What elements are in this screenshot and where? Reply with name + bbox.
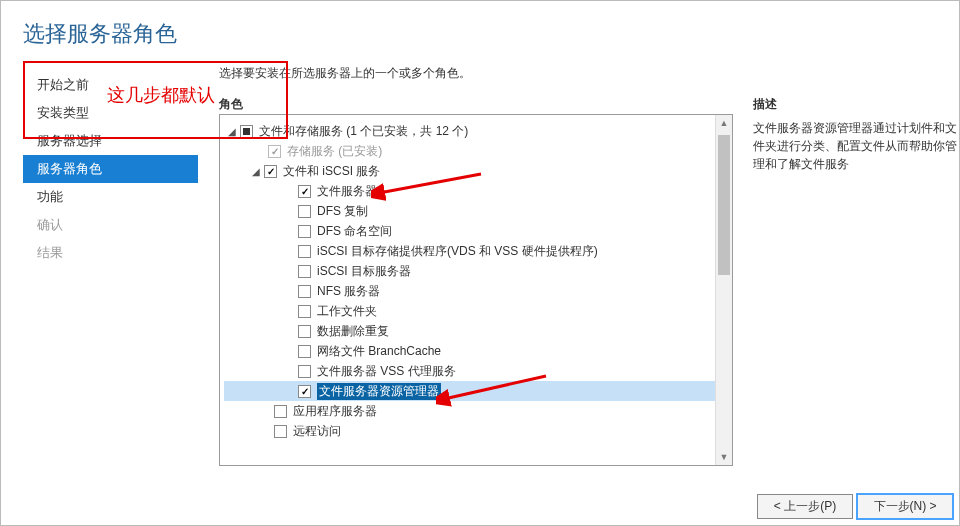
- tree-node-dfs-namespace[interactable]: DFS 命名空间: [224, 221, 728, 241]
- tree-node-vss-agent[interactable]: 文件服务器 VSS 代理服务: [224, 361, 728, 381]
- checkbox-unchecked[interactable]: [298, 325, 311, 338]
- tree-node-file-server[interactable]: 文件服务器: [224, 181, 728, 201]
- tree-node-iscsi-target-storage-provider[interactable]: iSCSI 目标存储提供程序(VDS 和 VSS 硬件提供程序): [224, 241, 728, 261]
- checkbox-unchecked[interactable]: [298, 265, 311, 278]
- checkbox-unchecked[interactable]: [298, 365, 311, 378]
- tree-node-file-iscsi[interactable]: ◢ 文件和 iSCSI 服务: [224, 161, 728, 181]
- checkbox-checked[interactable]: [264, 165, 277, 178]
- checkbox-checked[interactable]: [298, 385, 311, 398]
- tree-node-fsrm[interactable]: 文件服务器资源管理器: [224, 381, 728, 401]
- nav-installation-type[interactable]: 安装类型: [23, 99, 198, 127]
- roles-tree-header: 角色: [219, 96, 243, 113]
- checkbox-unchecked[interactable]: [298, 225, 311, 238]
- description-header: 描述: [753, 96, 777, 113]
- wizard-button-row: < 上一步(P) 下一步(N) >: [757, 494, 953, 519]
- checkbox-unchecked[interactable]: [298, 245, 311, 258]
- roles-tree: ◢ 文件和存储服务 (1 个已安装，共 12 个) 存储服务 (已安装) ◢ 文…: [219, 114, 733, 466]
- checkbox-unchecked[interactable]: [298, 285, 311, 298]
- description-body: 文件服务器资源管理器通过计划件和文件夹进行分类、配置文件从而帮助你管理和了解文件…: [753, 119, 960, 173]
- page-title: 选择服务器角色: [23, 19, 177, 49]
- nav-server-roles[interactable]: 服务器角色: [23, 155, 198, 183]
- checkbox-unchecked[interactable]: [298, 205, 311, 218]
- collapse-icon[interactable]: ◢: [226, 125, 238, 137]
- tree-node-remote-access[interactable]: 远程访问: [224, 421, 728, 441]
- checkbox-unchecked[interactable]: [274, 405, 287, 418]
- tree-node-storage-services: 存储服务 (已安装): [224, 141, 728, 161]
- tree-node-data-deduplication[interactable]: 数据删除重复: [224, 321, 728, 341]
- tree-node-iscsi-target-server[interactable]: iSCSI 目标服务器: [224, 261, 728, 281]
- wizard-nav: 开始之前 安装类型 服务器选择 服务器角色 功能 确认 结果: [23, 71, 198, 267]
- scroll-up-icon[interactable]: ▲: [716, 115, 732, 131]
- nav-confirmation: 确认: [23, 211, 198, 239]
- checkbox-indeterminate[interactable]: [240, 125, 253, 138]
- scroll-down-icon[interactable]: ▼: [716, 449, 732, 465]
- collapse-icon[interactable]: ◢: [250, 165, 262, 177]
- nav-features[interactable]: 功能: [23, 183, 198, 211]
- next-button[interactable]: 下一步(N) >: [857, 494, 953, 519]
- nav-before-you-begin[interactable]: 开始之前: [23, 71, 198, 99]
- nav-results: 结果: [23, 239, 198, 267]
- checkbox-unchecked[interactable]: [274, 425, 287, 438]
- checkbox-unchecked[interactable]: [298, 305, 311, 318]
- tree-node-work-folders[interactable]: 工作文件夹: [224, 301, 728, 321]
- tree-node-dfs-replication[interactable]: DFS 复制: [224, 201, 728, 221]
- scroll-thumb[interactable]: [718, 135, 730, 275]
- checkbox-checked[interactable]: [298, 185, 311, 198]
- previous-button[interactable]: < 上一步(P): [757, 494, 853, 519]
- checkbox-unchecked[interactable]: [298, 345, 311, 358]
- tree-node-application-server[interactable]: 应用程序服务器: [224, 401, 728, 421]
- tree-scrollbar[interactable]: ▲ ▼: [715, 115, 732, 465]
- tree-node-nfs-server[interactable]: NFS 服务器: [224, 281, 728, 301]
- tree-node-file-storage-services[interactable]: ◢ 文件和存储服务 (1 个已安装，共 12 个): [224, 121, 728, 141]
- checkbox-disabled-checked: [268, 145, 281, 158]
- tree-node-branchcache[interactable]: 网络文件 BranchCache: [224, 341, 728, 361]
- instruction-text: 选择要安装在所选服务器上的一个或多个角色。: [219, 65, 471, 82]
- nav-server-selection[interactable]: 服务器选择: [23, 127, 198, 155]
